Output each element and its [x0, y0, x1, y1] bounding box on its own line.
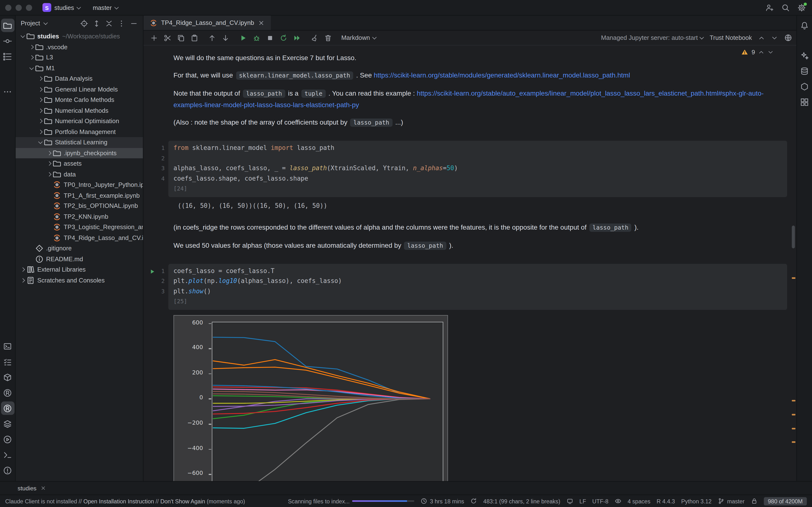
more-tools-button[interactable]: [1, 85, 14, 98]
tree-item[interactable]: studies~/Workspace/studies: [15, 31, 143, 42]
branch-widget[interactable]: master: [93, 4, 118, 11]
tree-item[interactable]: TP1_A_first_example.ipynb: [15, 190, 143, 201]
next-problem-icon[interactable]: [767, 49, 774, 56]
tree-item[interactable]: L3: [15, 52, 143, 63]
encoding-widget[interactable]: UTF-8: [592, 498, 609, 504]
chevron-collapsed-icon[interactable]: [20, 268, 24, 272]
indent-widget[interactable]: 4 spaces: [627, 498, 650, 504]
terminal-tool-button[interactable]: [1, 448, 14, 462]
caret-position-widget[interactable]: 483:1 (99 chars, 2 line breaks): [483, 498, 560, 504]
r-interpreter-widget[interactable]: R 4.4.3: [657, 498, 675, 504]
ai-assistant-tool-button[interactable]: [798, 49, 811, 62]
scrollbar-thumb[interactable]: [792, 225, 795, 248]
tool-window-tab-studies[interactable]: studies: [18, 485, 46, 491]
chevron-collapsed-icon[interactable]: [47, 162, 51, 166]
python-console-tool-button[interactable]: [1, 339, 14, 353]
python-packages-tool-button[interactable]: [1, 417, 14, 431]
chevron-expanded-icon[interactable]: [38, 140, 42, 144]
zoom-window-button[interactable]: [26, 4, 32, 11]
search-everywhere-icon[interactable]: [781, 3, 790, 12]
chevron-collapsed-icon[interactable]: [38, 108, 42, 113]
sync-status-widget[interactable]: [470, 498, 477, 504]
paste-cell-button[interactable]: [188, 32, 200, 44]
chevron-collapsed-icon[interactable]: [38, 119, 42, 123]
tree-item[interactable]: assets: [15, 158, 143, 169]
settings-button[interactable]: [798, 3, 806, 12]
tree-item[interactable]: data: [15, 169, 143, 180]
chevron-collapsed-icon[interactable]: [47, 172, 51, 176]
open-installation-instruction-link[interactable]: Open Installation Instruction: [83, 498, 154, 504]
plugins-tool-button[interactable]: [798, 95, 811, 109]
code-cell[interactable]: 1234from sklearn.linear_model import las…: [144, 141, 797, 197]
cell-editor[interactable]: from sklearn.linear_model import lasso_p…: [168, 141, 787, 197]
delete-cell-button[interactable]: [322, 32, 334, 44]
next-cell-icon[interactable]: [771, 35, 778, 41]
debug-cell-button[interactable]: [250, 32, 262, 44]
todo-tool-button[interactable]: [1, 355, 14, 369]
close-icon[interactable]: [41, 485, 46, 491]
run-all-cells-button[interactable]: [291, 32, 303, 44]
chevron-collapsed-icon[interactable]: [38, 98, 42, 102]
select-opened-file-icon[interactable]: [80, 19, 88, 27]
memory-indicator[interactable]: 980 of 4200M: [764, 497, 807, 505]
tree-item[interactable]: TP2_bis_OPTIONAL.ipynb: [15, 201, 143, 211]
move-cell-down-button[interactable]: [219, 32, 231, 44]
run-cell-button[interactable]: [237, 32, 249, 44]
database-tool-button[interactable]: [798, 64, 811, 78]
tree-item[interactable]: External Libraries: [15, 264, 143, 275]
tree-item[interactable]: README.md: [15, 254, 143, 264]
chevron-collapsed-icon[interactable]: [38, 87, 42, 92]
previous-problem-icon[interactable]: [758, 49, 764, 56]
line-separator-widget[interactable]: LF: [579, 498, 586, 504]
cut-cell-button[interactable]: [161, 32, 173, 44]
interrupt-kernel-button[interactable]: [264, 32, 276, 44]
more-options-icon[interactable]: [117, 19, 125, 27]
python-interpreter-widget[interactable]: Python 3.12: [681, 498, 712, 504]
status-widget[interactable]: [566, 498, 573, 504]
structure-tool-button[interactable]: [1, 50, 14, 63]
dont-show-again-link[interactable]: Don't Show Again: [160, 498, 205, 504]
expand-all-icon[interactable]: [93, 19, 101, 27]
tree-item[interactable]: TP4_Ridge_Lasso_and_CV.ip...: [15, 232, 143, 243]
tree-item[interactable]: Monte Carlo Methods: [15, 95, 143, 105]
r-tools-tool-button[interactable]: [1, 401, 14, 415]
git-branch-widget[interactable]: master: [718, 498, 745, 504]
clear-outputs-button[interactable]: [308, 32, 320, 44]
previous-cell-icon[interactable]: [758, 35, 765, 41]
tree-item[interactable]: .vscode: [15, 42, 143, 52]
tree-item[interactable]: TP2_KNN.ipynb: [15, 211, 143, 222]
globe-icon[interactable]: [784, 34, 792, 42]
chevron-collapsed-icon[interactable]: [29, 45, 34, 49]
tree-item[interactable]: Data Analysis: [15, 73, 143, 84]
minimize-window-button[interactable]: [15, 4, 22, 11]
notebook-content[interactable]: We will do the same questions as in Exer…: [144, 46, 797, 481]
tree-item[interactable]: Scratches and Consoles: [15, 275, 143, 286]
editor-tab-active[interactable]: TP4_Ridge_Lasso_and_CV.ipynb: [144, 15, 271, 30]
indexing-status[interactable]: Scanning files to index...: [288, 498, 414, 504]
project-widget[interactable]: S studies: [43, 3, 80, 12]
run-cell-gutter-icon[interactable]: [149, 267, 155, 274]
close-tab-icon[interactable]: [258, 19, 265, 26]
code-with-me-icon[interactable]: [765, 3, 773, 12]
move-cell-up-button[interactable]: [206, 32, 218, 44]
notifications-button[interactable]: [798, 18, 811, 32]
chevron-collapsed-icon[interactable]: [38, 76, 42, 81]
cell-type-dropdown[interactable]: Markdown: [341, 34, 376, 41]
collapse-all-icon[interactable]: [105, 19, 113, 27]
project-tool-button[interactable]: [1, 18, 14, 32]
hide-panel-icon[interactable]: [130, 19, 138, 27]
highlighting-level-widget[interactable]: [615, 498, 621, 504]
tree-item[interactable]: Numerical Optimisation: [15, 116, 143, 126]
tree-item[interactable]: TP0_Intro_Jupyter_Python.ip...: [15, 180, 143, 190]
session-time-widget[interactable]: 3 hrs 18 mins: [421, 498, 464, 504]
restart-kernel-button[interactable]: [277, 32, 289, 44]
tree-item[interactable]: .ipynb_checkpoints: [15, 148, 143, 158]
chevron-collapsed-icon[interactable]: [38, 130, 42, 134]
chevron-down-icon[interactable]: [44, 20, 48, 25]
close-window-button[interactable]: [5, 4, 11, 11]
copy-cell-button[interactable]: [174, 32, 187, 44]
services-tool-button[interactable]: [1, 433, 14, 446]
code-cell[interactable]: 123coefs_lasso = coefs_lasso.Tplt.plot(n…: [144, 264, 797, 310]
chevron-expanded-icon[interactable]: [29, 65, 34, 70]
problems-tool-button[interactable]: [1, 463, 14, 477]
